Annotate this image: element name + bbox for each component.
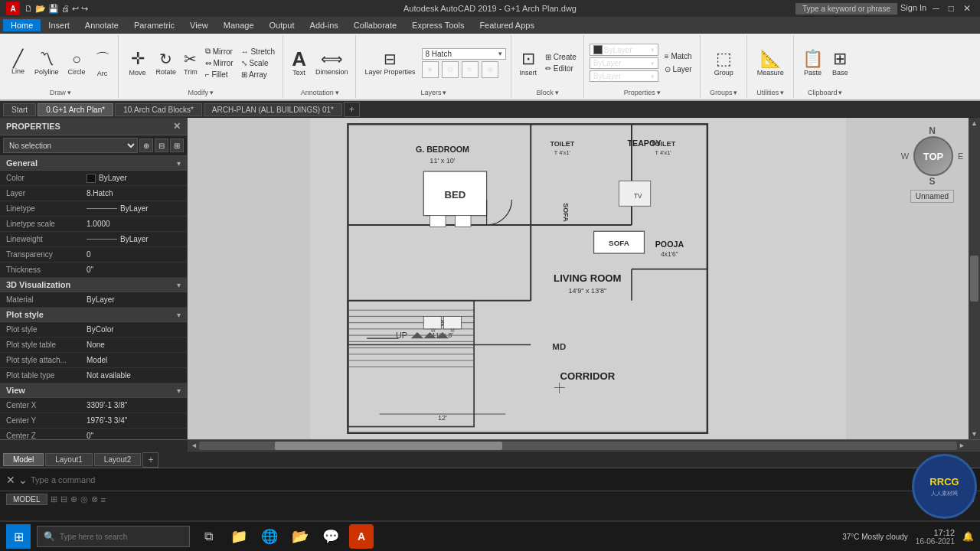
layer-properties-btn[interactable]: ⊟ Layer Properties	[361, 48, 418, 77]
grid-icon[interactable]: ⊞	[51, 494, 57, 504]
text-btn[interactable]: A Text	[289, 47, 309, 78]
menu-insert[interactable]: Insert	[41, 19, 77, 31]
layer-icon3[interactable]: ⊕	[482, 61, 498, 78]
selection-dropdown[interactable]: No selection	[3, 138, 138, 153]
layer-icon2[interactable]: ≡	[462, 61, 479, 78]
base-btn[interactable]: ⊞ Base	[829, 47, 851, 78]
dimension-btn[interactable]: ⟺ Dimension	[312, 48, 351, 77]
qat-new[interactable]: 🗋	[24, 4, 33, 14]
bylayer-linetype-dropdown[interactable]: ByLayer ▾	[590, 57, 658, 69]
move-btn[interactable]: ✛ Move	[124, 47, 152, 79]
osnap-icon[interactable]: ⊗	[91, 494, 98, 504]
scroll-down-btn[interactable]: ▼	[971, 430, 978, 438]
tab-arch-plan[interactable]: 0.G+1 Arch Plan*	[38, 103, 113, 116]
menu-collaborate[interactable]: Collaborate	[346, 19, 404, 31]
menu-annotate[interactable]: Annotate	[77, 19, 126, 31]
match-layer-btn[interactable]: ⊙ Layer	[662, 64, 695, 75]
plot-style-section-header[interactable]: Plot style ▾	[0, 308, 187, 322]
taskbar-explorer[interactable]: 📁	[227, 524, 251, 549]
menu-view[interactable]: View	[182, 19, 216, 31]
taskbar-edge[interactable]: 🌐	[257, 524, 282, 549]
tab-cad-blocks[interactable]: 10.Arch Cad Blocks*	[115, 103, 202, 116]
snap-icon[interactable]: ⊟	[60, 494, 67, 504]
taskbar-autocad[interactable]: A	[349, 524, 374, 549]
polar-icon[interactable]: ◎	[80, 494, 88, 504]
cmd-arrow-icon[interactable]: ⌄	[18, 474, 28, 486]
vertical-scrollbar[interactable]: ▲ ▼	[969, 118, 980, 439]
sign-in[interactable]: Sign In	[900, 3, 926, 15]
arc-btn[interactable]: ⌒ Arc	[92, 47, 113, 79]
line-btn[interactable]: ╱ Line	[8, 48, 28, 77]
taskbar-chat[interactable]: 💬	[318, 524, 343, 549]
bylayer-color-dropdown[interactable]: ByLayer ▾	[590, 44, 658, 56]
layout-add-btn[interactable]: +	[142, 452, 158, 468]
menu-output[interactable]: Output	[262, 19, 302, 31]
utilities-group-label[interactable]: Utilities ▾	[753, 89, 789, 96]
scroll-right-btn[interactable]: ►	[959, 442, 965, 449]
selection-icon2[interactable]: ⊟	[155, 139, 168, 152]
properties-group-label[interactable]: Properties ▾	[590, 89, 695, 96]
menu-manage[interactable]: Manage	[216, 19, 262, 31]
cmd-close-icon[interactable]: ✕	[6, 474, 15, 486]
qat-save[interactable]: 💾	[48, 4, 59, 14]
menu-home[interactable]: Home	[3, 19, 41, 31]
menu-parametric[interactable]: Parametric	[126, 19, 182, 31]
hatch-dropdown[interactable]: 8 Hatch ▾	[422, 48, 506, 60]
lineweight-icon[interactable]: ≡	[101, 495, 106, 504]
scroll-left-btn[interactable]: ◄	[191, 442, 198, 449]
scroll-up-btn[interactable]: ▲	[971, 119, 978, 127]
block-group-label[interactable]: Block ▾	[517, 89, 579, 96]
panel-close-btn[interactable]: ✕	[173, 121, 181, 132]
selection-icon3[interactable]: ⊞	[170, 139, 184, 152]
circle-btn[interactable]: ○ Circle	[65, 49, 89, 77]
trim-btn[interactable]: ✂ Trim	[181, 48, 201, 77]
layout2-tab[interactable]: Layout2	[94, 453, 142, 466]
taskbar-search-box[interactable]: 🔍 Type here to search	[37, 526, 190, 547]
polyline-btn[interactable]: 〽 Polyline	[31, 49, 62, 77]
search-box[interactable]: Type a keyword or phrase	[795, 3, 897, 15]
3d-section-header[interactable]: 3D Visualization ▾	[0, 278, 187, 292]
minimize-btn[interactable]: ─	[929, 3, 942, 15]
selection-icon1[interactable]: ⊕	[139, 139, 153, 152]
ortho-icon[interactable]: ⊕	[70, 494, 77, 504]
fillet-btn[interactable]: ⌐ Fillet	[202, 70, 237, 80]
clipboard-group-label[interactable]: Clipboard ▾	[799, 89, 851, 96]
paste-btn[interactable]: 📋 Paste	[799, 47, 826, 78]
groups-group-label[interactable]: Groups ▾	[706, 89, 742, 96]
canvas-area[interactable]: BED G. BEDROOM 11' x 10' LIVING ROOM 14'…	[188, 118, 969, 439]
modify-group-label[interactable]: Modify ▾	[124, 89, 279, 96]
tab-all-buildings[interactable]: ARCH-PLAN (ALL BUILDINGS) 01*	[204, 103, 342, 116]
rotate-btn[interactable]: ↻ Rotate	[153, 48, 180, 77]
task-view-btn[interactable]: ⧉	[196, 524, 220, 549]
scroll-thumb-h[interactable]	[275, 442, 502, 450]
model-tab[interactable]: Model	[3, 453, 44, 466]
general-section-header[interactable]: General ▾	[0, 156, 187, 171]
menu-featured[interactable]: Featured Apps	[472, 19, 542, 31]
match-props-btn[interactable]: ≡ Match	[662, 51, 695, 62]
qat-print[interactable]: 🖨	[61, 4, 70, 14]
tab-add-btn[interactable]: +	[344, 102, 360, 117]
bylayer-lineweight-dropdown[interactable]: ByLayer ▾	[590, 70, 658, 82]
qat-redo[interactable]: ↪	[81, 4, 88, 14]
copy-btn[interactable]: ⧉ Mirror	[202, 46, 237, 57]
layout1-tab[interactable]: Layout1	[45, 453, 93, 466]
block-editor-btn[interactable]: ✏ Editor	[543, 64, 579, 73]
make-current-btn[interactable]: ★	[422, 61, 439, 78]
layers-group-label[interactable]: Layers ▾	[361, 89, 505, 96]
array-btn[interactable]: ⊞ Array	[238, 70, 278, 80]
mirror-btn[interactable]: ⇔ Mirror	[202, 58, 237, 68]
maximize-btn[interactable]: □	[946, 3, 957, 15]
command-input[interactable]	[31, 475, 962, 484]
qat-open[interactable]: 📂	[35, 4, 46, 14]
stretch-btn[interactable]: ↔ Stretch	[238, 47, 278, 57]
win-start-btn[interactable]: ⊞	[6, 524, 31, 549]
draw-group-label[interactable]: Draw ▾	[8, 89, 113, 96]
block-create-btn[interactable]: ⊞ Create	[543, 52, 579, 62]
taskbar-files[interactable]: 📂	[288, 524, 312, 549]
notification-icon[interactable]: 🔔	[962, 531, 974, 542]
close-btn[interactable]: ✕	[960, 3, 974, 15]
menu-addins[interactable]: Add-ins	[302, 19, 346, 31]
horizontal-scrollbar[interactable]: ◄ ►	[188, 442, 969, 450]
annotation-group-label[interactable]: Annotation ▾	[289, 89, 351, 96]
qat-undo[interactable]: ↩	[72, 4, 79, 14]
